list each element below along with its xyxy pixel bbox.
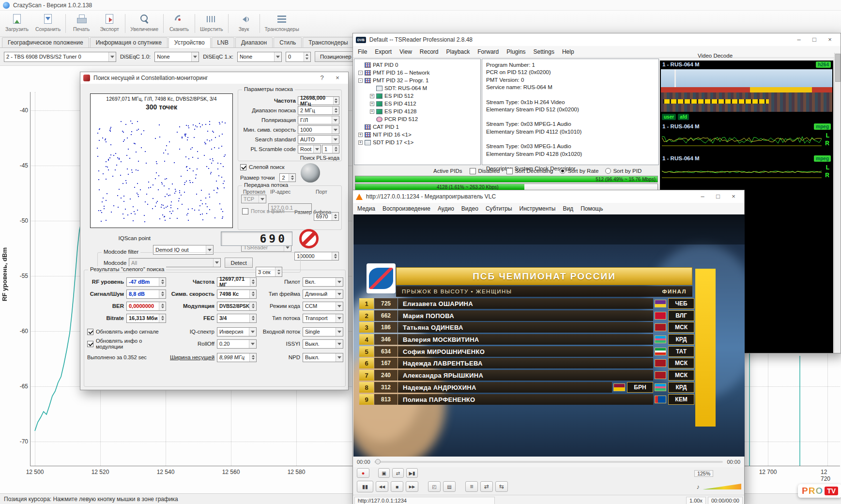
tree-item[interactable]: +ES PID 512 [355, 92, 479, 100]
ber-box[interactable]: 0,0000000 [126, 302, 166, 311]
sort-by-rate-radio[interactable]: Sort by Rate [560, 168, 598, 174]
expand-icon[interactable]: + [370, 94, 374, 98]
toolbar-scan-button[interactable]: Сканить [165, 11, 193, 36]
toolbar-zoom-button[interactable]: Увеличение [127, 11, 162, 36]
next-button[interactable]: ▶▶ [406, 481, 418, 492]
menu-view[interactable]: Вид [563, 205, 573, 212]
stream-type-select[interactable]: Transport [303, 314, 343, 323]
menu-media[interactable]: Медиа [357, 205, 375, 212]
seek-handle[interactable] [375, 459, 381, 464]
expand-icon[interactable]: + [358, 133, 363, 137]
buffer-size-stepper[interactable]: 100000 [294, 252, 339, 260]
bitrate-box[interactable]: 16,313 Мби [126, 314, 166, 323]
seek-slider[interactable] [374, 461, 723, 463]
tab-device[interactable]: Устройство [168, 37, 211, 48]
toolbar-save-button[interactable]: Сохранить [32, 11, 64, 36]
toolbar-sound-button[interactable]: Звук [230, 11, 258, 36]
tree-item[interactable]: +ES PID 4128 [355, 107, 479, 115]
menu-tools[interactable]: Инструменты [520, 205, 556, 212]
expand-icon[interactable]: + [370, 109, 374, 114]
npd-select[interactable]: Выкл. [303, 353, 343, 362]
collapse-icon[interactable]: - [358, 71, 363, 75]
playlist-button[interactable]: ≡ [465, 481, 478, 492]
menu-help[interactable]: Помощь [581, 205, 603, 212]
stop-search-button[interactable] [299, 229, 319, 248]
snapshot-button[interactable]: ▣ [378, 468, 390, 478]
toolbar-export-button[interactable]: Экспорт [95, 11, 123, 36]
menu-plugins[interactable]: Plugins [506, 48, 525, 55]
help-button[interactable]: ? [314, 72, 330, 84]
carrier-width-box[interactable]: 8,998 МГц [217, 353, 257, 362]
menu-settings[interactable]: Settings [534, 48, 554, 55]
dot-size-stepper[interactable]: 2 [279, 173, 296, 182]
loop-button[interactable]: ⇄ [480, 481, 493, 492]
record-button[interactable]: ● [357, 468, 369, 478]
tab-transponders[interactable]: Транспондеры [303, 37, 353, 47]
volume-slider[interactable] [703, 484, 741, 489]
random-button[interactable]: ⇆ [495, 481, 508, 492]
sort-by-pid-radio[interactable]: Sort by PID [605, 168, 642, 174]
pls-search-link[interactable]: Поиск PLS-кода [300, 155, 339, 161]
menu-forward[interactable]: Forward [477, 48, 499, 55]
playback-rate[interactable]: 1.00x [686, 497, 706, 504]
min-symbolrate-select[interactable]: 1000 [298, 125, 339, 134]
menu-video[interactable]: Видео [461, 205, 478, 212]
search-standard-select[interactable]: AUTO [298, 135, 339, 144]
frame-type-select[interactable]: Длинный [303, 290, 343, 299]
tab-style[interactable]: Стиль [274, 37, 302, 47]
rf-level-box[interactable]: -47 dBm [126, 277, 166, 287]
tab-range[interactable]: Диапазон [235, 37, 273, 47]
tree-item[interactable]: +NIT PID 16 <1> [355, 131, 479, 138]
fec-box[interactable]: 3/4 [217, 314, 257, 323]
carrier-width-link[interactable]: Ширина несущей [170, 354, 214, 360]
menu-subtitles[interactable]: Субтитры [486, 205, 512, 212]
polarization-select[interactable]: Г/Л [298, 116, 339, 124]
iq-spectrum-select[interactable]: Инверсия [217, 327, 257, 336]
rolloff-select[interactable]: 0.20 [217, 339, 257, 349]
toolbar-print-button[interactable]: Печать [67, 11, 95, 36]
expand-icon[interactable]: + [370, 102, 374, 106]
position-stepper[interactable]: 0 [286, 52, 311, 62]
scrollbar[interactable] [834, 53, 841, 353]
menu-help[interactable]: Help [562, 48, 574, 55]
tree-item[interactable]: SDT: RUS-064 M [355, 84, 479, 92]
tab-satellite-info[interactable]: Информация о спутнике [90, 37, 168, 47]
sort-descending-checkbox[interactable]: Sort Decending [506, 168, 553, 174]
menu-audio[interactable]: Аудио [438, 205, 454, 212]
maximize-button[interactable]: □ [710, 191, 726, 202]
tree-item[interactable]: -PMT PID 32 – Progr. 1 [355, 76, 479, 84]
menu-export[interactable]: Export [375, 48, 392, 55]
previous-button[interactable]: ◀◀ [376, 481, 388, 492]
menu-record[interactable]: Record [420, 48, 439, 55]
detect-button[interactable]: Detect [225, 258, 253, 268]
tree-item[interactable]: -PMT PID 16 – Network [355, 69, 479, 76]
result-freq-box[interactable]: 12697,071 МГ [217, 277, 257, 287]
blind-search-checkbox[interactable]: Слепой поиск [240, 162, 284, 172]
frame-by-frame-button[interactable]: ▶▮ [406, 468, 418, 478]
code-mode-select[interactable]: CCM [303, 302, 343, 311]
menu-playback[interactable]: Playback [446, 48, 470, 55]
tree-item[interactable]: CAT PID 1 [355, 123, 479, 131]
pls-code-stepper[interactable]: 1 [322, 145, 339, 153]
collapse-icon[interactable]: - [358, 78, 363, 83]
menu-playback[interactable]: Воспроизведение [382, 205, 430, 212]
time-indicator[interactable]: 00:00/00:00 [708, 497, 743, 504]
fullscreen-button[interactable]: ◰ [428, 481, 441, 492]
tree-item[interactable]: PCR PID 512 [355, 115, 479, 123]
scrollbar-thumb[interactable] [835, 54, 841, 82]
search-range-stepper[interactable]: 2 МГц [298, 106, 339, 115]
minimize-button[interactable]: – [791, 34, 807, 46]
pause-button[interactable]: ▮▮ [357, 481, 373, 492]
ab-loop-button[interactable]: ⇄ [392, 468, 404, 478]
tuner-select[interactable]: 2 - TBS 6908 DVBS/S2 Tuner 0 [4, 52, 116, 62]
diseqc1x-select[interactable]: None [237, 52, 282, 62]
tab-lnb[interactable]: LNB [212, 37, 234, 47]
frequency-stepper[interactable]: 12698,000 МГц [298, 96, 339, 105]
symbolrate-box[interactable]: 7498 Кс [217, 290, 257, 299]
stop-button[interactable]: ■ [391, 481, 403, 492]
maximize-button[interactable]: □ [807, 34, 822, 46]
disabled-checkbox[interactable]: Disabled [470, 168, 500, 174]
tree-item[interactable]: +ES PID 4112 [355, 100, 479, 107]
toolbar-comb-button[interactable]: Шерстить [197, 11, 227, 36]
expand-icon[interactable]: + [358, 140, 363, 145]
